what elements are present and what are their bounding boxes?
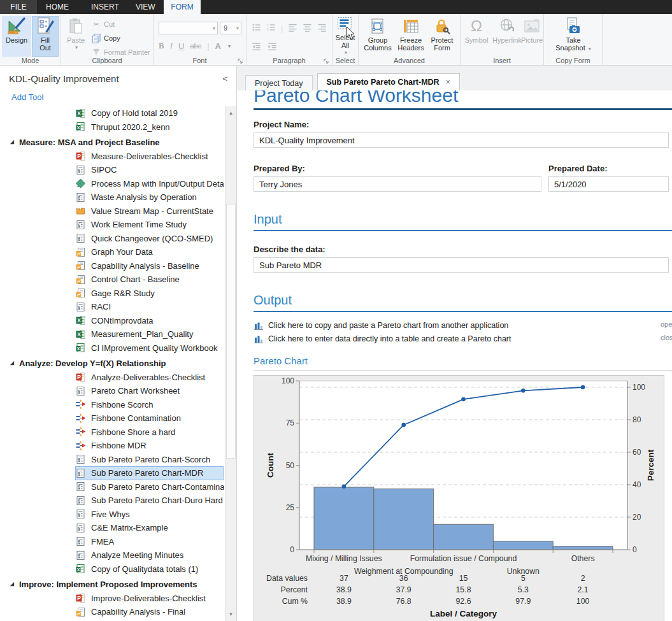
fill-out-button[interactable]: Fill Out — [32, 16, 59, 57]
group-label-mode: Mode — [0, 57, 61, 64]
tab-label: Sub Pareto Pareto Chart-MDR — [327, 78, 440, 87]
output-link-state[interactable]: open — [661, 320, 672, 328]
tree-item[interactable]: PAnalyze-Deliverables-Checklist — [75, 371, 224, 385]
svg-text:X: X — [77, 346, 80, 351]
scrollbar-thumb[interactable] — [226, 204, 236, 459]
tree-item[interactable]: Pareto Chart Worksheet — [75, 384, 224, 398]
tree-item-label: CONtImprovdata — [91, 316, 154, 325]
tree-item[interactable]: Fishbone MDR — [75, 439, 224, 453]
tree-item[interactable]: Value Stream Map - CurrentState — [75, 204, 224, 218]
ribbon-group-insert: Ω Symbol Hyperlink Picture Insert — [461, 14, 544, 65]
tree-item[interactable]: Sub Pareto Pareto Chart-Duro Hard — [75, 494, 224, 508]
output-action-link[interactable]: Click here to enter data directly into a… — [254, 332, 669, 345]
bullet-list-icon — [252, 23, 261, 34]
increase-indent-icon — [268, 42, 277, 53]
app-window: { "colors": { "accent_blue": "#2E75B6", … — [0, 0, 672, 621]
prepared-date-field[interactable]: 5/1/2020 — [548, 176, 669, 192]
tree-item[interactable]: Sub Pareto Pareto Chart-Scorch — [75, 453, 224, 467]
svg-text:37.9: 37.9 — [396, 585, 411, 594]
font-dialog-launcher-icon[interactable] — [237, 57, 243, 63]
tree-item[interactable]: Quick Changeover (QCO-SMED) — [75, 232, 224, 246]
tree-item[interactable]: FMEA — [75, 535, 224, 549]
form-icon — [75, 523, 86, 533]
tree-item[interactable]: Five Whys — [75, 508, 224, 522]
sidebar-scrollbar[interactable]: ▲ ▼ — [225, 106, 236, 621]
svg-text:97.9: 97.9 — [515, 597, 531, 606]
tree-item[interactable]: Process Map with Input/Output Details — [75, 177, 224, 191]
pareto-mini-chart-icon — [254, 334, 264, 344]
prepared-by-field[interactable]: Terry Jones — [254, 176, 541, 192]
group-columns-button[interactable]: Group Columns — [361, 16, 395, 57]
tree-item[interactable]: RACI — [75, 300, 224, 314]
tree-item[interactable]: XCopy of Qualitydata totals (1) — [75, 562, 224, 576]
tab-close-icon[interactable]: × — [446, 78, 450, 87]
tree-item[interactable]: Gage R&R Study — [75, 287, 224, 301]
tree-item[interactable]: Waste Analysis by Operation — [75, 190, 224, 204]
tab-insert[interactable]: INSERT — [91, 0, 119, 14]
copy-button[interactable]: Copy — [90, 32, 120, 44]
tree-item[interactable]: Graph Your Data — [75, 245, 224, 259]
tree-item-label: Process Map with Input/Output Details — [91, 179, 224, 189]
scroll-down-icon[interactable]: ▼ — [225, 609, 236, 620]
tree-item[interactable]: PMeasure-Deliverables-Checklist — [75, 150, 224, 164]
scroll-up-icon[interactable]: ▲ — [225, 108, 236, 118]
tree-item[interactable]: XCopy of Hold total 2019 — [75, 106, 224, 120]
tree-item[interactable]: XThruput 2020.2_kenn — [75, 120, 224, 134]
tree-item[interactable]: Capability Analysis - Baseline — [75, 259, 224, 273]
tree-item[interactable]: PImprove-Deliverables-Checklist — [75, 592, 224, 606]
tree-item-label: Fishbone Shore a hard — [91, 427, 175, 437]
tree-item[interactable]: SIPOC — [75, 163, 224, 177]
freeze-headers-icon — [403, 16, 419, 36]
tree-item[interactable]: Sub Pareto Pareto Chart-Contamination — [75, 480, 224, 494]
tab-document[interactable]: Project Today — [245, 75, 313, 90]
tree-item[interactable]: C&E Matrix-Example — [75, 521, 224, 535]
tree-item[interactable]: Control Chart - Baseline — [75, 273, 224, 287]
cut-icon: ✂ — [90, 20, 102, 29]
tree-section[interactable]: Analyze: Develop Y=f(X) Relationship — [8, 357, 224, 371]
tab-active-document[interactable]: Sub Pareto Pareto Chart-MDR× — [317, 73, 460, 90]
protect-form-button[interactable]: Protect Form — [427, 16, 457, 57]
tree-section[interactable]: Improve: Implement Proposed Improvements — [8, 578, 224, 592]
tab-view[interactable]: VIEW — [136, 0, 155, 14]
tree-item-label: Sub Pareto Pareto Chart-MDR — [91, 468, 203, 478]
title-tab-strip: FILE HOME INSERT VIEW FORM — [0, 0, 672, 14]
tree-item[interactable]: XCI IMprovement Quality Workbook — [75, 341, 224, 355]
tree-item-label: Work Element Time Study — [91, 220, 187, 229]
design-button[interactable]: Design — [2, 16, 31, 57]
tree-item[interactable]: Fishbone Contamination — [75, 411, 224, 425]
sidebar-collapse-icon[interactable]: < — [222, 74, 227, 83]
tree-item[interactable]: Fishbone Shore a hard — [75, 425, 224, 439]
svg-text:5.3: 5.3 — [518, 585, 529, 594]
font-name-select[interactable]: ▾ — [159, 22, 218, 34]
tree-item[interactable]: XMeasurement_Plan_Quality — [75, 327, 224, 341]
excel-doc-icon: X — [75, 122, 86, 132]
svg-text:15: 15 — [459, 574, 468, 583]
excel-icon: X — [75, 329, 86, 339]
describe-data-field[interactable]: Sub Pareto MDR — [254, 257, 669, 273]
tree-item-label: Measurement_Plan_Quality — [91, 329, 193, 339]
project-name-field[interactable]: KDL-Quality Improvement — [254, 132, 669, 148]
tree-item-label: Fishbone Contamination — [91, 413, 181, 423]
svg-text:X: X — [77, 317, 81, 324]
tree-item[interactable]: Fishbone Scorch — [75, 398, 224, 412]
tab-home[interactable]: HOME — [46, 0, 69, 14]
svg-text:100: 100 — [633, 383, 645, 392]
svg-text:80: 80 — [633, 415, 641, 424]
take-snapshot-button[interactable]: Take Snapshot ▾ — [552, 16, 594, 57]
output-link-state[interactable]: close — [661, 334, 672, 341]
tree-item[interactable]: XCONtImprovdata — [75, 314, 224, 328]
form-icon — [75, 233, 86, 243]
add-tool-link[interactable]: Add Tool — [11, 92, 43, 102]
design-label: Design — [6, 36, 27, 44]
tree-item[interactable]: Sub Pareto Pareto Chart-MDR — [75, 466, 224, 480]
tab-file[interactable]: FILE — [0, 0, 37, 14]
tab-form-active[interactable]: FORM — [164, 0, 201, 14]
tree-item[interactable]: Work Element Time Study — [75, 218, 224, 232]
font-size-select[interactable]: 9▾ — [220, 22, 241, 34]
tree-item[interactable]: Capability Analysis - Final — [75, 605, 224, 619]
tree-section[interactable]: Measure: MSA and Project Baseline — [8, 136, 224, 150]
freeze-headers-button[interactable]: Freeze Headers — [395, 16, 427, 57]
output-action-link[interactable]: Click here to copy and paste a Pareto ch… — [254, 318, 669, 332]
paragraph-dialog-launcher-icon[interactable] — [323, 57, 329, 63]
tree-item[interactable]: Analyze Meeting Minutes — [75, 548, 224, 562]
